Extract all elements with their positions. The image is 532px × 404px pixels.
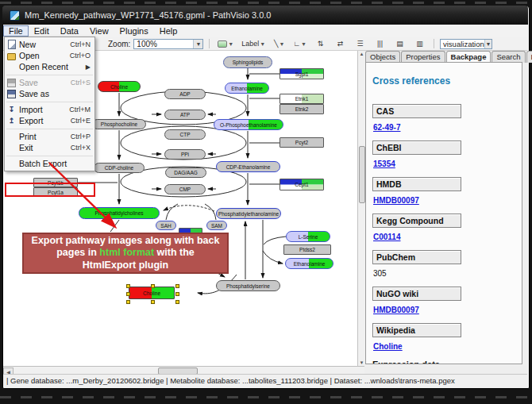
menu-item-shortcut: Ctrl+N — [70, 40, 91, 48]
pathway-node-pcyt2[interactable]: Pcyt2 — [279, 137, 324, 148]
new-connector-dropdown[interactable]: ∟▼ — [291, 37, 309, 50]
pathway-node-ethanolamine[interactable]: Ethanolamine — [225, 83, 269, 94]
xref-link[interactable]: 15354 — [373, 160, 522, 168]
menubar-item-help[interactable]: Help — [154, 25, 183, 37]
xref-section-chebi: ChEBI15354 — [372, 140, 522, 168]
vertical-scroll-thumb[interactable] — [359, 146, 365, 203]
menu-item-label: New — [19, 40, 67, 49]
xref-section-kegg-compound: Kegg CompoundC00114 — [372, 214, 522, 241]
pathway-node-phosphatidylcholines[interactable]: Phosphatidylcholines — [79, 207, 160, 219]
pathway-node-atp[interactable]: ATP — [164, 110, 206, 120]
chevron-down-icon[interactable]: ▼ — [260, 41, 265, 47]
tab-objects[interactable]: Objects — [365, 51, 400, 63]
new-connector-dropdown-icon: ∟ — [293, 40, 300, 48]
selection-handle[interactable] — [175, 284, 179, 288]
pathway-node-sphingolipids[interactable]: Sphingolipids — [223, 56, 272, 68]
selection-handle[interactable] — [126, 300, 130, 304]
toolbar-button-label: Label — [241, 40, 259, 48]
menubar-item-data[interactable]: Data — [55, 25, 84, 37]
pathway-node-phosphatidylserine[interactable]: Phosphatidylserine — [216, 280, 280, 291]
pathway-node-ethanolamine[interactable]: Ethanolamine — [285, 258, 333, 269]
pathway-node-choline[interactable]: Choline — [129, 287, 175, 299]
chevron-down-icon[interactable]: ▼ — [228, 41, 233, 47]
chevron-down-icon[interactable]: ▼ — [193, 40, 202, 48]
save-icon — [7, 79, 16, 87]
selection-handle[interactable] — [126, 292, 130, 296]
file-menu-item-save-as[interactable]: Save as — [5, 88, 94, 99]
common-height-button[interactable]: ▥ — [411, 37, 428, 50]
pathway-node-sah[interactable]: SAH — [156, 221, 176, 230]
xref-link[interactable]: HMDB00097 — [373, 196, 522, 205]
xref-link[interactable]: C00114 — [373, 233, 522, 241]
file-menu-item-open[interactable]: OpenCtrl+O — [5, 50, 94, 61]
stack-vertical-button[interactable]: ☰ — [352, 37, 368, 50]
pathway-node-adp[interactable]: ADP — [164, 89, 206, 99]
common-width-button[interactable]: ▤ — [391, 37, 408, 50]
zoom-combobox[interactable]: 100% ▼ — [133, 39, 203, 49]
pathway-node-ppi[interactable]: PPi — [164, 149, 206, 160]
chevron-down-icon[interactable]: ▼ — [484, 40, 492, 48]
tab-search[interactable]: Search — [492, 51, 525, 63]
xref-link[interactable]: HMDB00097 — [373, 306, 522, 314]
tab-backpage[interactable]: Backpage — [446, 51, 492, 63]
pathway-node-sgpl1[interactable]: Sgpl1 — [279, 68, 324, 79]
chevron-down-icon[interactable]: ▼ — [279, 41, 284, 47]
export-icon: ↥ — [7, 117, 16, 125]
pathway-node-phosphocholine[interactable]: Phosphocholine — [92, 119, 146, 129]
pathway-node-cdp-choline[interactable]: CDP-choline — [94, 163, 145, 173]
pathway-node-o-phosphoethanolamine[interactable]: O-Phosphoethanolamine — [214, 119, 283, 130]
pathway-node-ptdss2[interactable]: Ptdss2 — [283, 244, 331, 255]
file-menu-item-open-recent[interactable]: Open Recent▶ — [5, 61, 94, 72]
menubar-item-view[interactable]: View — [84, 25, 114, 37]
title-bar[interactable]: Mm_Kennedy_pathway_WP1771_45176.gpml - P… — [2, 6, 528, 25]
file-menu-item-save[interactable]: SaveCtrl+S — [5, 77, 94, 88]
pathway-node-sam[interactable]: SAM — [206, 221, 227, 230]
selection-handle[interactable] — [175, 300, 179, 304]
xref-source-header: PubChem — [372, 250, 461, 264]
new-datanode-dropdown[interactable]: ▼ — [215, 37, 236, 50]
pathway-node-etnk2[interactable]: Etnk2 — [279, 104, 324, 114]
backpage-panel: Cross references CAS62-49-7ChEBI15354HMD… — [365, 62, 522, 364]
menubar-item-edit[interactable]: Edit — [29, 25, 55, 37]
selection-handle[interactable] — [126, 284, 130, 288]
align-center-x-button[interactable]: ⇅ — [312, 37, 329, 50]
new-line-dropdown-icon: ╲ — [274, 40, 278, 48]
annotation-highlight-text: html format — [99, 247, 154, 258]
selection-handle[interactable] — [151, 300, 155, 304]
pathway-node-cmp[interactable]: CMP — [164, 184, 206, 194]
stack-horizontal-button[interactable]: ||| — [372, 37, 388, 50]
menubar-item-file[interactable]: File — [3, 25, 29, 37]
file-menu-item-batch-export[interactable]: Batch Export — [5, 158, 94, 169]
file-menu-item-new[interactable]: NewCtrl+N — [5, 39, 94, 50]
pathway-node-phosphatidylethanolamine[interactable]: Phosphatidylethanolamine — [216, 208, 281, 219]
xref-link[interactable]: Choline — [373, 342, 522, 351]
pathway-node-cdp-ethanolamine[interactable]: CDP-Ethanolamine — [216, 161, 280, 172]
xref-link[interactable]: 62-49-7 — [373, 123, 522, 132]
pathway-node-choline[interactable]: Choline — [98, 81, 141, 92]
pathway-node-dag-aag[interactable]: DAG/AAG — [165, 167, 206, 178]
selection-handle[interactable] — [175, 292, 179, 296]
file-menu-item-exit[interactable]: ExitCtrl+X — [5, 142, 94, 153]
menu-item-shortcut: Ctrl+S — [71, 79, 91, 87]
visualization-combobox[interactable]: visualization ▼ — [440, 39, 492, 49]
align-center-y-button[interactable]: ⇄ — [332, 37, 349, 50]
new-label-dropdown[interactable]: Label▼ — [239, 37, 268, 50]
pathway-node-ctp[interactable]: CTP — [164, 129, 206, 140]
pathway-node-cept1[interactable]: Cept1 — [279, 179, 324, 190]
visualization-value: visualization — [443, 40, 484, 48]
canvas-vertical-scrollbar[interactable]: ▲ ▼ — [357, 51, 365, 366]
new-line-dropdown[interactable]: ╲▼ — [271, 37, 287, 50]
tab-properties[interactable]: Properties — [401, 51, 445, 63]
menubar-item-plugins[interactable]: Plugins — [114, 25, 154, 37]
file-menu-item-export[interactable]: ↥ExportCtrl+E — [5, 115, 94, 126]
file-menu-item-print[interactable]: PrintCtrl+P — [5, 131, 94, 142]
menu-item-label: Import — [19, 105, 66, 114]
open-folder-icon — [7, 52, 16, 60]
pathway-node-etnk1[interactable]: Etnk1 — [279, 94, 324, 104]
selection-handle[interactable] — [151, 284, 155, 288]
file-menu-item-import[interactable]: ↧ImportCtrl+M — [5, 104, 94, 115]
tab-legend[interactable]: Legend — [526, 51, 532, 63]
pathway-node-l-serine[interactable]: L-Serine — [286, 231, 330, 242]
menu-separator — [6, 99, 93, 102]
chevron-down-icon[interactable]: ▼ — [301, 41, 306, 47]
